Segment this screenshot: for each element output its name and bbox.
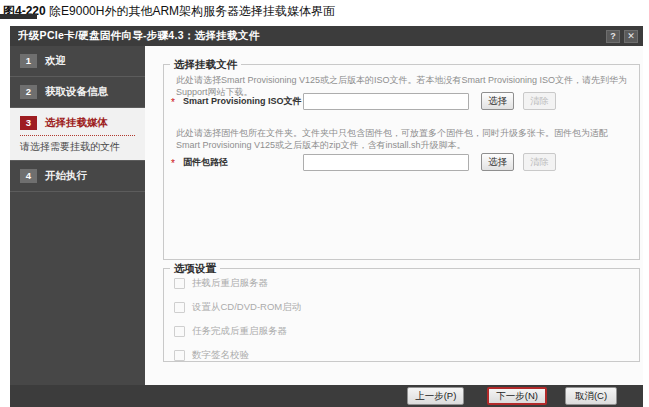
checkbox-icon <box>174 278 185 289</box>
option-label: 数字签名校验 <box>192 349 249 362</box>
option-label: 设置从CD/DVD-ROM启动 <box>192 301 301 314</box>
caption-underline-artifact <box>0 14 37 19</box>
step-label: 开始执行 <box>45 169 87 183</box>
step-label: 获取设备信息 <box>45 85 108 99</box>
help-icon[interactable]: ? <box>606 30 620 43</box>
iso-file-row: * Smart Provisioning ISO文件 选择 清除 <box>171 92 556 110</box>
figure-caption-text: 除E9000H外的其他ARM架构服务器选择挂载媒体界面 <box>49 4 335 18</box>
iso-file-input[interactable] <box>303 93 469 110</box>
group-title: 选项设置 <box>170 262 220 276</box>
wizard-content-pane: 选择挂载文件 此处请选择Smart Provisioning V125或之后版本… <box>145 46 643 385</box>
close-icon[interactable]: ✕ <box>624 30 638 43</box>
option-label: 挂载后重启服务器 <box>192 277 268 290</box>
option-digital-signature-check: 数字签名校验 <box>174 349 249 362</box>
cancel-button[interactable]: 取消(C) <box>565 387 617 405</box>
firmware-path-input[interactable] <box>303 154 469 171</box>
checkbox-icon <box>174 326 185 337</box>
previous-step-button[interactable]: 上一步(P) <box>407 387 464 405</box>
step-label: 选择挂载媒体 <box>45 116 108 130</box>
sidebar-step-execute[interactable]: 4 开始执行 <box>10 161 145 192</box>
step-number-badge: 3 <box>20 116 37 130</box>
step-number-badge: 4 <box>20 169 37 183</box>
sidebar-step-welcome[interactable]: 1 欢迎 <box>10 46 145 77</box>
firmware-package-hint: 此处请选择固件包所在文件夹。文件夹中只包含固件包，可放置多个固件包，同时升级多张… <box>176 127 629 151</box>
dialog-title: 升级PCIe卡/硬盘固件向导-步骤4.3：选择挂载文件 <box>18 29 602 43</box>
firmware-path-row: * 固件包路径 选择 清除 <box>171 153 556 171</box>
group-title: 选择挂载文件 <box>170 58 241 72</box>
checkbox-icon <box>174 302 185 313</box>
select-mount-file-group: 选择挂载文件 此处请选择Smart Provisioning V125或之后版本… <box>163 64 640 260</box>
required-asterisk: * <box>171 155 183 169</box>
step-number-badge: 2 <box>20 85 37 99</box>
option-label: 任务完成后重启服务器 <box>192 325 287 338</box>
option-boot-from-cdrom: 设置从CD/DVD-ROM启动 <box>174 301 301 314</box>
option-restart-after-mount: 挂载后重启服务器 <box>174 277 268 290</box>
dialog-titlebar: 升级PCIe卡/硬盘固件向导-步骤4.3：选择挂载文件 ? ✕ <box>10 26 643 46</box>
step-number-badge: 1 <box>20 54 37 68</box>
firmware-path-label: 固件包路径 <box>183 156 303 169</box>
iso-select-button[interactable]: 选择 <box>481 92 514 110</box>
firmware-clear-button: 清除 <box>523 153 556 171</box>
figure-caption: 图4-220 除E9000H外的其他ARM架构服务器选择挂载媒体界面 <box>3 3 335 20</box>
dialog-body: 1 欢迎 2 获取设备信息 3 选择挂载媒体 请选择需要挂载的文件 <box>10 46 643 385</box>
sidebar-step-device-info[interactable]: 2 获取设备信息 <box>10 77 145 108</box>
checkbox-icon <box>174 350 185 361</box>
active-step-subtitle: 请选择需要挂载的文件 <box>20 140 135 154</box>
option-restart-after-task: 任务完成后重启服务器 <box>174 325 287 338</box>
iso-clear-button: 清除 <box>523 92 556 110</box>
wizard-steps-sidebar: 1 欢迎 2 获取设备信息 3 选择挂载媒体 请选择需要挂载的文件 <box>10 46 145 385</box>
required-asterisk: * <box>171 94 183 108</box>
dialog-footer: 上一步(P) 下一步(N) 取消(C) <box>10 385 643 407</box>
option-settings-group: 选项设置 挂载后重启服务器 设置从CD/DVD-ROM启动 任务完成后重启服务器… <box>163 268 640 362</box>
sidebar-step-select-media[interactable]: 3 选择挂载媒体 请选择需要挂载的文件 <box>10 108 145 161</box>
next-step-button[interactable]: 下一步(N) <box>487 387 547 405</box>
iso-file-label: Smart Provisioning ISO文件 <box>183 95 303 108</box>
firmware-select-button[interactable]: 选择 <box>481 153 514 171</box>
upgrade-wizard-dialog: 升级PCIe卡/硬盘固件向导-步骤4.3：选择挂载文件 ? ✕ 1 欢迎 2 获… <box>10 26 643 407</box>
active-step-divider <box>20 135 135 136</box>
step-label: 欢迎 <box>45 54 66 68</box>
